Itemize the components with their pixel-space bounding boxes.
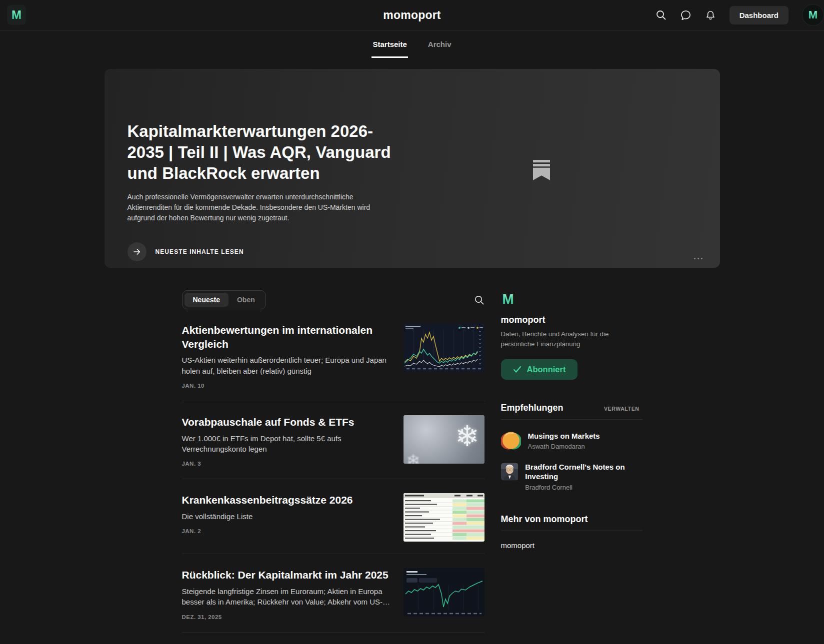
article-title: Vorabpauschale auf Fonds & ETFs — [182, 415, 392, 429]
recommendation-author: Aswath Damodaran — [528, 443, 600, 450]
article-row[interactable]: Krankenkassenbeitragssätze 2026 Die voll… — [182, 479, 484, 554]
hero-subtitle: Auch professionelle Vermögensverwalter e… — [128, 192, 380, 223]
filter-neueste[interactable]: Neueste — [184, 293, 228, 307]
recommendation-title: Musings on Markets — [528, 431, 600, 441]
chat-icon[interactable] — [680, 9, 692, 21]
sort-toggle: Neueste Oben — [182, 290, 266, 309]
article-thumbnail-table — [404, 493, 484, 542]
check-icon — [513, 366, 522, 373]
filter-oben[interactable]: Oben — [228, 293, 264, 307]
article-subtitle: US-Aktien weiterhin außerordentlich teue… — [182, 355, 392, 376]
article-row[interactable]: Rückblick: Der Kapitalmarkt im Jahr 2025… — [182, 554, 484, 632]
article-row[interactable]: Vorabpauschale auf Fonds & ETFs Wer 1.00… — [182, 401, 484, 479]
hero-more-button[interactable]: … — [690, 249, 708, 263]
top-bar: M momoport Dashboard — [0, 0, 824, 30]
article-row[interactable]: Aktienbewertungen im internationalen Ver… — [182, 309, 484, 401]
cornell-avatar — [501, 462, 518, 482]
recommendation-text: Bradford Cornell's Notes on Investing Br… — [525, 462, 642, 491]
main-content: Neueste Oben Aktienbewertungen im intern… — [182, 290, 642, 644]
read-latest-label: NEUESTE INHALTE LESEN — [156, 248, 244, 255]
article-subtitle: Die vollständige Liste — [182, 511, 392, 522]
avatar-m-icon: M — [807, 8, 819, 21]
article-text: Vorabpauschale auf Fonds & ETFs Wer 1.00… — [182, 415, 392, 467]
article-subtitle: Steigende langfristige Zinsen im Eurorau… — [182, 586, 392, 608]
user-avatar[interactable]: M — [802, 4, 824, 26]
article-date: JAN. 3 — [182, 461, 392, 467]
divider — [501, 419, 642, 420]
subscribed-label: Abonniert — [527, 365, 566, 374]
svg-text:M: M — [808, 8, 818, 21]
article-date: JAN. 10 — [182, 383, 392, 389]
publication-logo[interactable]: M — [501, 291, 642, 308]
search-icon[interactable] — [656, 9, 666, 20]
recommendation-item[interactable]: Bradford Cornell's Notes on Investing Br… — [501, 462, 642, 491]
article-title: Rückblick: Der Kapitalmarkt im Jahr 2025 — [182, 568, 392, 582]
recommendations-section: Empfehlungen VERWALTEN Musings on Market… — [501, 403, 642, 491]
arrow-right-icon — [128, 242, 146, 261]
hero-banner: Kapitalmarkterwartungen 2026-2035 | Teil… — [104, 69, 720, 268]
article-subtitle: Wer 1.000€ in ETFs im Depot hat, sollte … — [182, 433, 392, 455]
recommendation-item[interactable]: Musings on Markets Aswath Damodaran — [501, 431, 642, 451]
feed-header: Neueste Oben — [182, 290, 484, 309]
recommendation-title: Bradford Cornell's Notes on Investing — [525, 462, 642, 482]
section-nav: Startseite Archiv — [0, 30, 824, 58]
bell-icon[interactable] — [705, 9, 716, 21]
article-thumbnail-chart — [404, 323, 484, 372]
svg-text:M: M — [502, 291, 514, 306]
dashboard-button[interactable]: Dashboard — [730, 6, 788, 24]
article-text: Aktienbewertungen im internationalen Ver… — [182, 323, 392, 389]
article-thumbnail-snowflake: ❄ ❄ — [404, 415, 484, 464]
recommendation-text: Musings on Markets Aswath Damodaran — [528, 431, 600, 451]
article-date: DEZ. 31, 2025 — [182, 614, 392, 620]
tab-archiv[interactable]: Archiv — [427, 30, 452, 58]
publication-name[interactable]: momoport — [501, 315, 642, 325]
article-date: JAN. 2 — [182, 528, 392, 534]
article-row[interactable]: Kapitalmarkterwartungen 2026-2035 | Teil… — [182, 632, 484, 644]
top-bar-actions: Dashboard M — [656, 4, 817, 26]
more-section: Mehr von momoport momoport — [501, 514, 642, 550]
article-thumbnail-chart-2025 — [404, 568, 484, 617]
substack-bookmark-icon — [533, 160, 550, 182]
svg-text:M: M — [12, 8, 22, 21]
manage-link[interactable]: VERWALTEN — [601, 405, 642, 412]
site-title[interactable]: momoport — [383, 8, 440, 22]
article-feed: Neueste Oben Aktienbewertungen im intern… — [182, 290, 484, 644]
subscribed-button[interactable]: Abonniert — [501, 359, 578, 380]
read-latest-button[interactable]: NEUESTE INHALTE LESEN — [128, 242, 244, 261]
publication-m-icon: M — [501, 291, 515, 306]
hero-title: Kapitalmarkterwartungen 2026-2035 | Teil… — [128, 121, 402, 184]
page: M momoport Dashboard — [0, 0, 824, 644]
tab-startseite[interactable]: Startseite — [372, 30, 408, 58]
publication-description: Daten, Berichte und Analysen für die per… — [501, 329, 642, 349]
article-title: Aktienbewertungen im internationalen Ver… — [182, 323, 392, 351]
feed-search-icon[interactable] — [474, 295, 484, 305]
recommendation-author: Bradford Cornell — [525, 484, 642, 491]
more-heading: Mehr von momoport — [501, 514, 642, 525]
article-text: Rückblick: Der Kapitalmarkt im Jahr 2025… — [182, 568, 392, 620]
article-title: Krankenkassenbeitragssätze 2026 — [182, 493, 392, 507]
musings-avatar — [501, 431, 521, 451]
recommendations-heading: Empfehlungen — [501, 403, 564, 413]
more-link-momoport[interactable]: momoport — [501, 541, 642, 550]
divider — [501, 531, 642, 531]
brand-logo[interactable]: M — [7, 5, 26, 25]
brand-m-icon: M — [10, 8, 23, 22]
article-text: Krankenkassenbeitragssätze 2026 Die voll… — [182, 493, 392, 542]
hero-content: Kapitalmarkterwartungen 2026-2035 | Teil… — [104, 69, 720, 261]
publication-sidebar: M momoport Daten, Berichte und Analysen … — [501, 290, 642, 550]
